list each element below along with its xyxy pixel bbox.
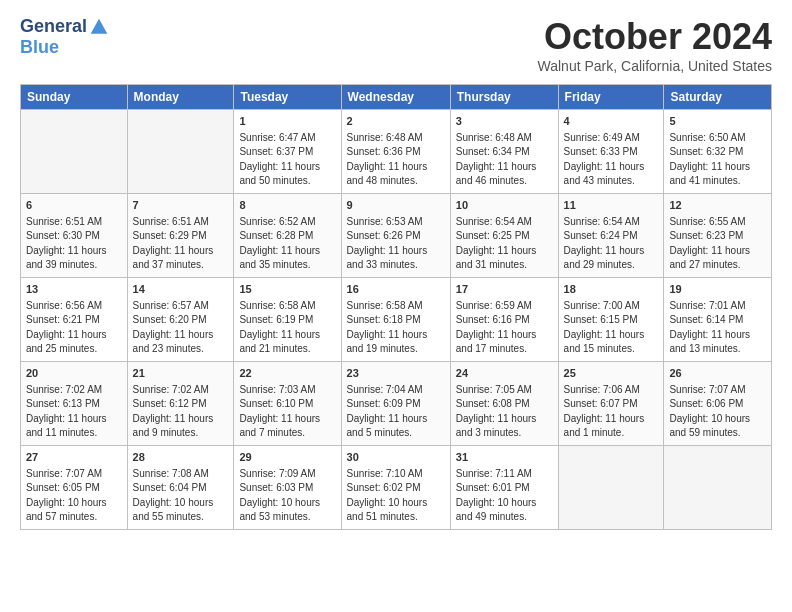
calendar-day: 3Sunrise: 6:48 AMSunset: 6:34 PMDaylight…: [450, 110, 558, 194]
day-info-line: Sunrise: 6:54 AM: [456, 215, 553, 230]
day-info: Sunrise: 6:50 AMSunset: 6:32 PMDaylight:…: [669, 131, 766, 189]
day-info: Sunrise: 7:11 AMSunset: 6:01 PMDaylight:…: [456, 467, 553, 525]
day-info-line: Sunset: 6:04 PM: [133, 481, 229, 496]
day-info-line: Sunrise: 7:03 AM: [239, 383, 335, 398]
calendar-day: [21, 110, 128, 194]
day-info: Sunrise: 6:51 AMSunset: 6:30 PMDaylight:…: [26, 215, 122, 273]
day-info: Sunrise: 7:09 AMSunset: 6:03 PMDaylight:…: [239, 467, 335, 525]
calendar-day: 19Sunrise: 7:01 AMSunset: 6:14 PMDayligh…: [664, 277, 772, 361]
day-info: Sunrise: 7:00 AMSunset: 6:15 PMDaylight:…: [564, 299, 659, 357]
calendar-day: 15Sunrise: 6:58 AMSunset: 6:19 PMDayligh…: [234, 277, 341, 361]
calendar-day: 17Sunrise: 6:59 AMSunset: 6:16 PMDayligh…: [450, 277, 558, 361]
day-info-line: Sunset: 6:24 PM: [564, 229, 659, 244]
calendar-day: 18Sunrise: 7:00 AMSunset: 6:15 PMDayligh…: [558, 277, 664, 361]
day-info-line: Sunset: 6:30 PM: [26, 229, 122, 244]
day-number: 2: [347, 114, 445, 130]
day-number: 24: [456, 366, 553, 382]
day-info-line: Sunset: 6:23 PM: [669, 229, 766, 244]
day-info-line: Sunset: 6:01 PM: [456, 481, 553, 496]
day-info-line: Sunrise: 6:53 AM: [347, 215, 445, 230]
day-info-line: Sunset: 6:15 PM: [564, 313, 659, 328]
day-info-line: Daylight: 11 hours and 35 minutes.: [239, 244, 335, 273]
day-info: Sunrise: 6:53 AMSunset: 6:26 PMDaylight:…: [347, 215, 445, 273]
day-info-line: Daylight: 11 hours and 15 minutes.: [564, 328, 659, 357]
day-info-line: Daylight: 11 hours and 5 minutes.: [347, 412, 445, 441]
day-info: Sunrise: 7:07 AMSunset: 6:06 PMDaylight:…: [669, 383, 766, 441]
calendar-day: 9Sunrise: 6:53 AMSunset: 6:26 PMDaylight…: [341, 193, 450, 277]
day-info: Sunrise: 6:56 AMSunset: 6:21 PMDaylight:…: [26, 299, 122, 357]
calendar-table: SundayMondayTuesdayWednesdayThursdayFrid…: [20, 84, 772, 530]
day-info-line: Sunrise: 6:50 AM: [669, 131, 766, 146]
day-number: 29: [239, 450, 335, 466]
logo-blue-text: Blue: [20, 37, 59, 58]
logo-text: General: [20, 16, 109, 37]
day-info-line: Sunrise: 6:51 AM: [26, 215, 122, 230]
day-info: Sunrise: 6:48 AMSunset: 6:34 PMDaylight:…: [456, 131, 553, 189]
day-info-line: Sunrise: 6:51 AM: [133, 215, 229, 230]
day-number: 19: [669, 282, 766, 298]
day-info-line: Sunrise: 7:10 AM: [347, 467, 445, 482]
day-info: Sunrise: 7:02 AMSunset: 6:13 PMDaylight:…: [26, 383, 122, 441]
day-info-line: Daylight: 11 hours and 31 minutes.: [456, 244, 553, 273]
calendar-day: 25Sunrise: 7:06 AMSunset: 6:07 PMDayligh…: [558, 361, 664, 445]
day-info-line: Sunrise: 7:09 AM: [239, 467, 335, 482]
day-number: 1: [239, 114, 335, 130]
day-number: 3: [456, 114, 553, 130]
day-info-line: Daylight: 11 hours and 19 minutes.: [347, 328, 445, 357]
day-info-line: Daylight: 11 hours and 43 minutes.: [564, 160, 659, 189]
calendar-day: 30Sunrise: 7:10 AMSunset: 6:02 PMDayligh…: [341, 445, 450, 529]
day-number: 31: [456, 450, 553, 466]
day-info-line: Daylight: 11 hours and 7 minutes.: [239, 412, 335, 441]
day-number: 18: [564, 282, 659, 298]
day-info-line: Daylight: 11 hours and 39 minutes.: [26, 244, 122, 273]
day-number: 11: [564, 198, 659, 214]
svg-marker-0: [91, 18, 108, 33]
day-info-line: Daylight: 11 hours and 41 minutes.: [669, 160, 766, 189]
col-header-thursday: Thursday: [450, 85, 558, 110]
day-info: Sunrise: 6:57 AMSunset: 6:20 PMDaylight:…: [133, 299, 229, 357]
title-block: October 2024 Walnut Park, California, Un…: [538, 16, 772, 74]
day-info-line: Sunrise: 7:08 AM: [133, 467, 229, 482]
col-header-friday: Friday: [558, 85, 664, 110]
day-info-line: Sunrise: 6:48 AM: [456, 131, 553, 146]
day-info-line: Daylight: 11 hours and 33 minutes.: [347, 244, 445, 273]
day-info: Sunrise: 7:01 AMSunset: 6:14 PMDaylight:…: [669, 299, 766, 357]
day-info-line: Sunrise: 7:02 AM: [133, 383, 229, 398]
day-info: Sunrise: 6:52 AMSunset: 6:28 PMDaylight:…: [239, 215, 335, 273]
calendar-day: 14Sunrise: 6:57 AMSunset: 6:20 PMDayligh…: [127, 277, 234, 361]
calendar-day: 13Sunrise: 6:56 AMSunset: 6:21 PMDayligh…: [21, 277, 128, 361]
col-header-tuesday: Tuesday: [234, 85, 341, 110]
day-info-line: Sunset: 6:13 PM: [26, 397, 122, 412]
col-header-saturday: Saturday: [664, 85, 772, 110]
logo-general: General: [20, 16, 87, 37]
day-number: 6: [26, 198, 122, 214]
page-container: General Blue October 2024 Walnut Park, C…: [0, 0, 792, 540]
day-info: Sunrise: 6:59 AMSunset: 6:16 PMDaylight:…: [456, 299, 553, 357]
day-number: 27: [26, 450, 122, 466]
day-info: Sunrise: 7:10 AMSunset: 6:02 PMDaylight:…: [347, 467, 445, 525]
day-info-line: Sunset: 6:32 PM: [669, 145, 766, 160]
day-info-line: Sunrise: 6:55 AM: [669, 215, 766, 230]
day-info: Sunrise: 7:02 AMSunset: 6:12 PMDaylight:…: [133, 383, 229, 441]
day-info-line: Sunrise: 7:04 AM: [347, 383, 445, 398]
day-number: 20: [26, 366, 122, 382]
calendar-week-2: 6Sunrise: 6:51 AMSunset: 6:30 PMDaylight…: [21, 193, 772, 277]
day-number: 16: [347, 282, 445, 298]
col-header-monday: Monday: [127, 85, 234, 110]
day-info-line: Daylight: 11 hours and 48 minutes.: [347, 160, 445, 189]
day-info-line: Daylight: 10 hours and 51 minutes.: [347, 496, 445, 525]
day-info-line: Sunrise: 7:07 AM: [669, 383, 766, 398]
day-number: 21: [133, 366, 229, 382]
day-info-line: Sunset: 6:10 PM: [239, 397, 335, 412]
day-info-line: Sunrise: 6:57 AM: [133, 299, 229, 314]
col-header-wednesday: Wednesday: [341, 85, 450, 110]
calendar-day: 2Sunrise: 6:48 AMSunset: 6:36 PMDaylight…: [341, 110, 450, 194]
day-number: 15: [239, 282, 335, 298]
day-info-line: Sunrise: 7:00 AM: [564, 299, 659, 314]
calendar-day: 26Sunrise: 7:07 AMSunset: 6:06 PMDayligh…: [664, 361, 772, 445]
day-number: 22: [239, 366, 335, 382]
day-info: Sunrise: 7:04 AMSunset: 6:09 PMDaylight:…: [347, 383, 445, 441]
day-info-line: Sunset: 6:37 PM: [239, 145, 335, 160]
day-info-line: Sunrise: 6:56 AM: [26, 299, 122, 314]
calendar-day: 8Sunrise: 6:52 AMSunset: 6:28 PMDaylight…: [234, 193, 341, 277]
